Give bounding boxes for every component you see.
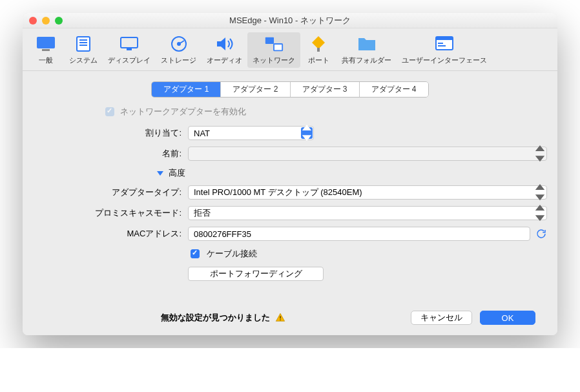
adapter-type-select[interactable]: Intel PRO/1000 MT デスクトップ (82540EM)	[188, 185, 547, 200]
cable-checkbox[interactable]	[191, 249, 200, 258]
svg-rect-0	[37, 37, 55, 48]
attached-value: NAT	[194, 129, 210, 138]
window-title: MSEdge - Win10 - ネットワーク	[229, 15, 351, 25]
ports-icon	[308, 34, 329, 54]
port-forwarding-button[interactable]: ポートフォワーディング	[188, 267, 324, 281]
svg-rect-12	[317, 48, 320, 52]
footer: 無効な設定が見つかりました キャンセル OK	[33, 287, 547, 335]
svg-rect-4	[79, 42, 87, 43]
toolbar-display[interactable]: ディスプレイ	[103, 32, 156, 68]
content-area: アダプター 1アダプター 2アダプター 3アダプター 4 ネットワークアダプター…	[23, 71, 557, 335]
ok-button[interactable]: OK	[480, 311, 535, 325]
dropdown-arrows-icon	[534, 207, 546, 219]
promisc-label: プロミスキャスモード:	[33, 207, 188, 219]
mac-input[interactable]	[188, 227, 530, 241]
dropdown-arrows-icon	[534, 148, 546, 160]
svg-point-17	[280, 320, 281, 321]
traffic-lights	[29, 17, 63, 25]
attached-select[interactable]: NAT	[188, 126, 314, 140]
close-icon[interactable]	[29, 17, 37, 25]
zoom-icon[interactable]	[55, 17, 63, 25]
promisc-value: 拒否	[194, 207, 211, 219]
adapter-type-value: Intel PRO/1000 MT デスクトップ (82540EM)	[194, 187, 362, 198]
svg-rect-2	[77, 37, 90, 51]
svg-rect-16	[438, 45, 446, 46]
tab-adapter-3[interactable]: アダプター 3	[291, 82, 360, 97]
warning-icon	[275, 313, 285, 323]
display-icon	[119, 34, 140, 54]
svg-rect-6	[121, 37, 138, 48]
name-label: 名前:	[33, 148, 188, 160]
attached-label: 割り当て:	[33, 127, 188, 139]
enable-adapter-label: ネットワークアダプターを有効化	[120, 106, 246, 118]
ui-icon	[434, 34, 455, 54]
toolbar-system[interactable]: システム	[64, 32, 103, 68]
promisc-select[interactable]: 拒否	[188, 206, 547, 220]
toolbar: 一般システムディスプレイストレージオーディオネットワークポート共有フォルダーユー…	[23, 28, 557, 71]
svg-rect-11	[274, 44, 282, 50]
mac-label: MACアドレス:	[33, 228, 188, 240]
tab-adapter-1[interactable]: アダプター 1	[152, 82, 221, 97]
toolbar-network[interactable]: ネットワーク	[247, 32, 300, 68]
settings-window: MSEdge - Win10 - ネットワーク 一般システムディスプレイストレー…	[23, 13, 557, 335]
dropdown-arrows-icon	[534, 187, 546, 198]
system-icon	[73, 34, 94, 54]
svg-rect-10	[265, 37, 274, 44]
general-icon	[36, 34, 56, 54]
enable-adapter-checkbox[interactable]	[105, 107, 114, 116]
advanced-disclosure[interactable]: 高度	[157, 167, 185, 179]
triangle-down-icon	[157, 170, 163, 176]
dropdown-arrows-icon	[301, 127, 313, 139]
svg-rect-1	[42, 49, 50, 51]
toolbar-shared[interactable]: 共有フォルダー	[337, 32, 397, 68]
toolbar-audio[interactable]: オーディオ	[202, 32, 247, 68]
cable-label: ケーブル接続	[207, 248, 257, 260]
storage-icon	[169, 34, 189, 54]
svg-rect-14	[436, 37, 453, 40]
audio-icon	[214, 34, 235, 54]
shared-icon	[357, 34, 377, 54]
name-select[interactable]	[188, 147, 547, 161]
adapter-tabs: アダプター 1アダプター 2アダプター 3アダプター 4	[33, 81, 547, 98]
refresh-mac-button[interactable]	[535, 228, 547, 240]
enable-adapter-row: ネットワークアダプターを有効化	[103, 105, 547, 118]
invalid-settings-text: 無効な設定が見つかりました	[161, 312, 270, 324]
svg-rect-15	[438, 43, 443, 44]
svg-rect-3	[79, 39, 87, 41]
toolbar-ui[interactable]: ユーザーインターフェース	[397, 32, 492, 68]
tab-adapter-4[interactable]: アダプター 4	[360, 82, 428, 97]
titlebar[interactable]: MSEdge - Win10 - ネットワーク	[23, 13, 557, 28]
minimize-icon[interactable]	[42, 17, 50, 25]
network-icon	[264, 34, 284, 54]
svg-rect-7	[127, 48, 132, 50]
tab-adapter-2[interactable]: アダプター 2	[221, 82, 290, 97]
svg-rect-5	[79, 45, 87, 46]
toolbar-ports[interactable]: ポート	[300, 32, 337, 68]
cancel-button[interactable]: キャンセル	[411, 311, 472, 325]
svg-rect-18	[280, 316, 280, 318]
toolbar-storage[interactable]: ストレージ	[156, 32, 202, 68]
toolbar-general[interactable]: 一般	[28, 32, 64, 68]
adapter-type-label: アダプタータイプ:	[33, 187, 188, 198]
